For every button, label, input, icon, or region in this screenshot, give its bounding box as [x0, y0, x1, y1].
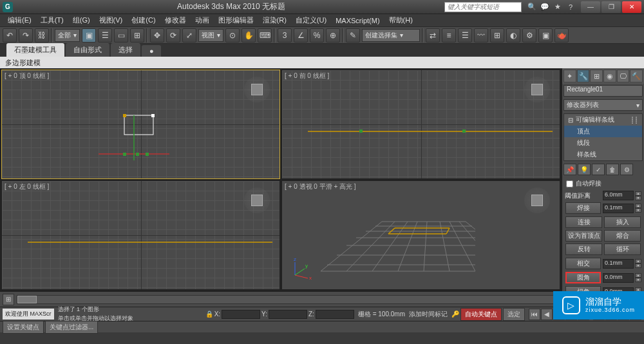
viewport-front[interactable]: [ + 0 前 0 线框 ]	[281, 70, 560, 179]
spinner-up-icon[interactable]: ▲	[635, 259, 641, 263]
chamfer-button[interactable]: 切角	[565, 286, 601, 291]
menu-render[interactable]: 渲染(R)	[259, 14, 290, 26]
menu-edit[interactable]: 编辑(E)	[4, 14, 35, 26]
goto-start-icon[interactable]: ⏮	[529, 309, 540, 320]
set-key-button[interactable]: 设置关键点	[3, 321, 44, 334]
key-filters-button[interactable]: 关键点过滤器...	[45, 321, 98, 334]
weld-input[interactable]: 0.1mm	[603, 204, 634, 213]
viewcube-icon[interactable]	[524, 187, 550, 213]
prev-frame-icon[interactable]: ◀	[541, 309, 553, 320]
hierarchy-tab-icon[interactable]: ⊞	[590, 70, 603, 82]
cross-button[interactable]: 相交	[565, 258, 601, 269]
schematic-view-button[interactable]: ⊞	[490, 28, 504, 43]
pivot-button[interactable]: ⊙	[225, 28, 240, 43]
time-config-icon[interactable]: ⊞	[3, 294, 14, 305]
modify-tab-icon[interactable]: 🔧	[577, 70, 590, 82]
fillet-button[interactable]: 圆角	[565, 272, 601, 283]
display-tab-icon[interactable]: 🖵	[617, 70, 630, 82]
reverse-button[interactable]: 反转	[565, 244, 602, 255]
scale-button[interactable]: ⤢	[182, 28, 196, 43]
rotate-button[interactable]: ⟳	[166, 28, 180, 43]
align-button[interactable]: ≡	[442, 28, 456, 43]
layers-button[interactable]: ☰	[458, 28, 472, 43]
modifier-stack[interactable]: ⊟可编辑样条线┊┊ 顶点 线段 样条线	[564, 113, 643, 161]
modifier-list-dropdown[interactable]: 修改器列表▾	[564, 99, 643, 111]
stack-root[interactable]: ⊟可编辑样条线┊┊	[564, 114, 642, 126]
cross-input[interactable]: 0.1mm	[603, 259, 634, 269]
menu-graph[interactable]: 图形编辑器	[214, 14, 258, 26]
app-logo[interactable]: G	[3, 2, 13, 12]
percent-snap-button[interactable]: %	[310, 28, 324, 43]
render-frame-button[interactable]: ▣	[538, 28, 553, 43]
insert-button[interactable]: 插入	[604, 216, 641, 228]
spinner-snap-button[interactable]: ⊕	[326, 28, 340, 43]
spinner-down-icon[interactable]: ▼	[635, 263, 641, 268]
spinner-up-icon[interactable]: ▲	[635, 191, 641, 196]
lock-icon[interactable]: 🔒	[205, 311, 213, 318]
spinner-down-icon[interactable]: ▼	[635, 196, 641, 200]
weld-button[interactable]: 焊接	[565, 202, 601, 214]
window-minimize[interactable]: —	[581, 1, 600, 13]
coord-y-input[interactable]	[269, 310, 307, 319]
help-search-input[interactable]	[444, 2, 522, 12]
stack-spline[interactable]: 样条线	[564, 149, 642, 160]
move-button[interactable]: ✥	[150, 28, 164, 43]
key-icon[interactable]: 🔑	[451, 311, 459, 318]
named-selection-dropdown[interactable]: 创建选择集▾	[362, 29, 420, 42]
stack-segment[interactable]: 线段	[564, 137, 642, 149]
show-end-result-icon[interactable]: 💡	[578, 164, 591, 175]
menu-views[interactable]: 视图(V)	[95, 14, 127, 26]
viewport-label[interactable]: [ + 0 顶 0 线框 ]	[5, 72, 49, 81]
menu-customize[interactable]: 自定义(U)	[292, 14, 330, 26]
viewport-label[interactable]: [ + 0 前 0 线框 ]	[285, 72, 329, 81]
tab-freeform[interactable]: 自由形式	[66, 43, 109, 57]
viewport-label[interactable]: [ + 0 透视 0 平滑 + 高光 ]	[285, 182, 356, 191]
selected-button[interactable]: 选定	[503, 308, 525, 321]
favorites-icon[interactable]: ★	[553, 2, 563, 12]
window-close[interactable]: ✕	[622, 1, 641, 13]
viewport-top[interactable]: [ + 0 顶 0 线框 ]	[1, 70, 280, 179]
threshold-input[interactable]: 6.0mm	[603, 191, 634, 200]
menu-tools[interactable]: 工具(T)	[37, 14, 68, 26]
tab-selection[interactable]: 选择	[111, 43, 140, 57]
menu-animation[interactable]: 动画	[191, 14, 213, 26]
auto-key-button[interactable]: 自动关键点	[460, 308, 502, 321]
spinner-up-icon[interactable]: ▲	[635, 204, 641, 208]
auto-weld-checkbox[interactable]	[566, 180, 573, 187]
ribbon-subheader[interactable]: 多边形建模	[0, 57, 644, 68]
comm-center-icon[interactable]: 💬	[540, 2, 550, 12]
time-slider[interactable]	[17, 295, 600, 304]
tab-record[interactable]: ●	[142, 45, 161, 57]
render-setup-button[interactable]: ⚙	[522, 28, 536, 43]
angle-snap-button[interactable]: ∠	[294, 28, 308, 43]
remove-modifier-icon[interactable]: 🗑	[606, 164, 619, 175]
object-name-input[interactable]: Rectangle01	[564, 85, 643, 97]
material-editor-button[interactable]: ◐	[506, 28, 520, 43]
menu-group[interactable]: 组(G)	[69, 14, 94, 26]
stack-vertex[interactable]: 顶点	[564, 126, 642, 137]
window-crossing-button[interactable]: ⊞	[130, 28, 144, 43]
snap-toggle-button[interactable]: 3	[278, 28, 292, 43]
connect-button[interactable]: 连接	[565, 216, 602, 228]
render-button[interactable]: 🫖	[554, 28, 569, 43]
create-tab-icon[interactable]: ✦	[564, 70, 576, 82]
menu-help[interactable]: 帮助(H)	[385, 14, 417, 26]
search-icon[interactable]: 🔍	[527, 2, 537, 12]
menu-create[interactable]: 创建(C)	[128, 14, 159, 26]
select-by-name-button[interactable]: ☰	[98, 28, 112, 43]
spinner-down-icon[interactable]: ▼	[635, 208, 641, 213]
spinner-down-icon[interactable]: ▼	[635, 278, 641, 282]
pin-stack-icon[interactable]: 📌	[564, 164, 576, 175]
coord-z-input[interactable]	[316, 310, 354, 319]
motion-tab-icon[interactable]: ◉	[603, 70, 616, 82]
configure-sets-icon[interactable]: ⚙	[620, 164, 633, 175]
cycle-button[interactable]: 循环	[604, 244, 641, 255]
edit-named-sel-button[interactable]: ✎	[346, 28, 360, 43]
fuse-button[interactable]: 熔合	[604, 230, 641, 242]
make-first-button[interactable]: 设为首顶点	[565, 230, 602, 242]
undo-button[interactable]: ↶	[3, 28, 17, 43]
add-time-tag[interactable]: 添加时间标记	[409, 310, 448, 319]
link-button[interactable]: ⛓	[35, 28, 49, 43]
keyboard-shortcut-button[interactable]: ⌨	[258, 28, 272, 43]
selection-filter-dropdown[interactable]: 全部▾	[55, 29, 80, 42]
